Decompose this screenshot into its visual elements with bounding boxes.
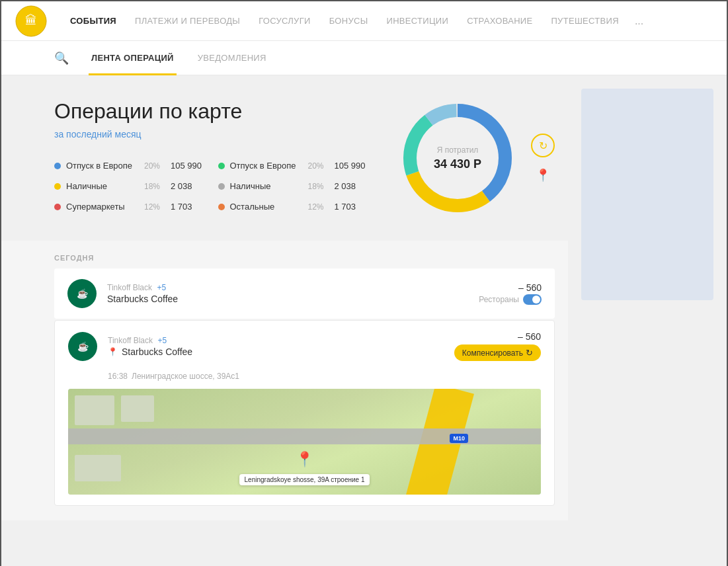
expanded-address-row: 16:38 Ленинградское шоссе, 39Ас1 [55, 372, 554, 389]
stat-val: 105 990 [171, 161, 202, 171]
transactions-section: СЕГОДНЯ ☕ Tinkoff Black [1, 241, 568, 520]
stat-row-other-right: Остальные 12% 1 703 [218, 196, 382, 217]
starbucks-logo: ☕ [67, 279, 97, 308]
nav-item-travel[interactable]: ПУТЕШЕСТВИЯ [542, 16, 627, 26]
donut-label: Я потратил [434, 145, 481, 155]
transaction-right: – 560 Рестораны [479, 282, 542, 305]
stat-row-super-left: Супермаркеты 12% 1 703 [54, 196, 218, 217]
right-map-placeholder [581, 89, 713, 300]
map-pin-icon: 📍 [296, 451, 313, 468]
tab-operations[interactable]: ЛЕНТА ОПЕРАЦИЙ [89, 41, 177, 75]
dot-orange-icon [218, 204, 225, 210]
stat-name: Остальные [230, 202, 303, 212]
dot-yellow-icon [54, 183, 61, 190]
compensate-button[interactable]: Компенсировать ↻ [454, 344, 541, 361]
nav-item-bonuses[interactable]: БОНУСЫ [320, 16, 378, 26]
transaction-card-starbucks[interactable]: ☕ Tinkoff Black +5 Starbucks Coffee – 56… [54, 268, 555, 319]
time-label: 16:38 [108, 372, 128, 381]
stat-pct: 20% [144, 161, 165, 171]
transaction-amount: – 560 [479, 282, 542, 293]
nav-logo[interactable]: 🏛 [15, 5, 48, 38]
stat-name: Наличные [66, 181, 139, 191]
nav-bar: 🏛 СОБЫТИЯ ПЛАТЕЖИ И ПЕРЕВОДЫ ГОСУСЛУГИ Б… [1, 1, 727, 41]
nav-item-insurance[interactable]: СТРАХОВАНИЕ [458, 16, 542, 26]
donut-amount: 34 430 Р [434, 157, 481, 171]
nav-item-payments[interactable]: ПЛАТЕЖИ И ПЕРЕВОДЫ [126, 16, 249, 26]
stat-val: 1 703 [171, 202, 192, 212]
refresh-button[interactable]: ↻ [531, 134, 555, 157]
nav-item-gov[interactable]: ГОСУСЛУГИ [249, 16, 319, 26]
tabs-bar: 🔍 ЛЕНТА ОПЕРАЦИЙ УВЕДОМЛЕНИЯ [1, 41, 727, 75]
stat-row-cash-left: Наличные 18% 2 038 [54, 176, 218, 196]
map-label: Leningradskoye shosse, 39A строение 1 [239, 474, 370, 485]
stat-row-europe-right: Отпуск в Европе 20% 105 990 [218, 155, 382, 176]
search-icon[interactable]: 🔍 [54, 51, 69, 65]
donut-chart: Я потратил 34 430 Р [395, 95, 520, 221]
transaction-expanded-starbucks: ☕ Tinkoff Black +5 📍 Starbucks Coffee [54, 320, 555, 506]
stat-val: 2 038 [335, 181, 356, 191]
starbucks-logo-expanded: ☕ [68, 332, 97, 361]
location-pin-icon[interactable]: 📍 [536, 168, 550, 182]
stat-pct: 12% [308, 202, 329, 212]
stat-val: 2 038 [171, 181, 192, 191]
stat-row-europe-left: Отпуск в Европе 20% 105 990 [54, 155, 218, 176]
transaction-info: Tinkoff Black +5 Starbucks Coffee [107, 283, 479, 304]
stat-row-cash-right: Наличные 18% 2 038 [218, 176, 382, 196]
stats-title: Операции по карте [54, 99, 382, 124]
right-panel [568, 75, 727, 566]
stat-pct: 12% [144, 202, 165, 212]
location-pin-small-icon: 📍 [108, 347, 118, 356]
svg-text:🏛: 🏛 [25, 13, 37, 27]
stat-val: 105 990 [335, 161, 366, 171]
nav-item-invest[interactable]: ИНВЕСТИЦИИ [378, 16, 458, 26]
expanded-amount: – 560 [454, 331, 541, 342]
svg-text:☕: ☕ [77, 341, 89, 352]
svg-text:☕: ☕ [77, 288, 89, 300]
stats-section: Операции по карте за последний месяц Отп… [1, 75, 568, 241]
transaction-bank: Tinkoff Black +5 [107, 283, 479, 292]
map-area: M10 📍 Leningradskoye shosse, 39A строени… [68, 389, 541, 495]
expanded-bank: Tinkoff Black +5 [108, 336, 454, 345]
expanded-header[interactable]: ☕ Tinkoff Black +5 📍 Starbucks Coffee [55, 321, 554, 372]
stat-pct: 18% [144, 182, 165, 191]
stat-pct: 18% [308, 182, 329, 191]
transaction-name: Starbucks Coffee [107, 294, 479, 304]
stat-name: Отпуск в Европе [230, 161, 303, 171]
stat-name: Отпуск в Европе [66, 161, 139, 171]
stat-name: Наличные [230, 181, 303, 191]
dot-gray-icon [218, 183, 225, 190]
address-text: Ленинградское шоссе, 39Ас1 [132, 372, 239, 381]
dot-red-icon [54, 204, 61, 210]
map-road-badge: M10 [450, 434, 468, 443]
nav-more-button[interactable]: ... [628, 15, 650, 27]
nav-item-events[interactable]: СОБЫТИЯ [61, 16, 126, 26]
dot-green-icon [218, 163, 225, 169]
stat-pct: 20% [308, 161, 329, 171]
category-toggle[interactable] [523, 294, 542, 305]
dot-blue-icon [54, 163, 61, 169]
transaction-row[interactable]: ☕ Tinkoff Black +5 Starbucks Coffee – 56… [54, 268, 555, 319]
tab-notifications[interactable]: УВЕДОМЛЕНИЯ [195, 41, 269, 75]
stat-name: Супермаркеты [66, 202, 139, 212]
expanded-name: 📍 Starbucks Coffee [108, 346, 454, 357]
stat-val: 1 703 [335, 202, 356, 212]
compensate-icon: ↻ [526, 348, 533, 358]
transaction-category: Рестораны [479, 294, 542, 305]
stats-subtitle[interactable]: за последний месяц [54, 129, 382, 140]
day-label: СЕГОДНЯ [54, 254, 555, 262]
